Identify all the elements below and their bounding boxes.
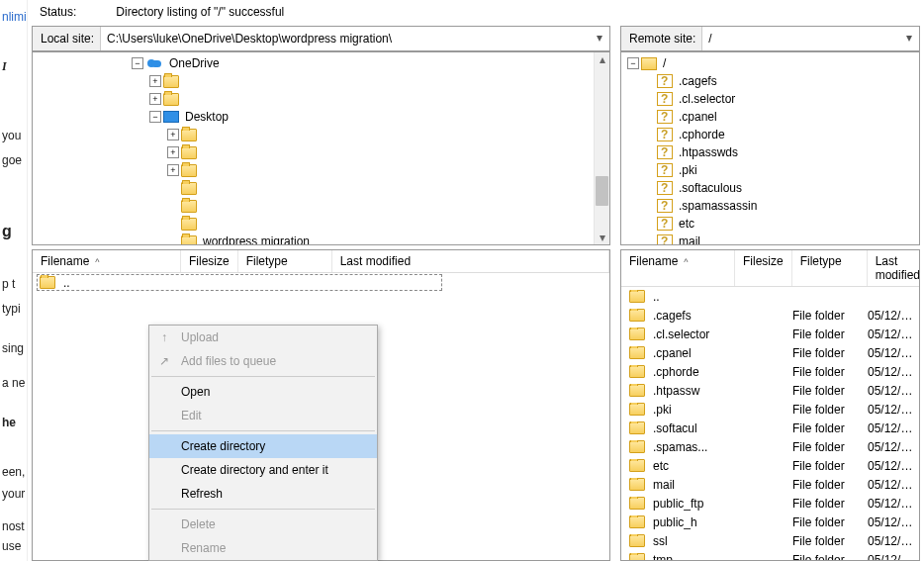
unknown-folder-icon (657, 234, 673, 244)
tree-node[interactable]: + (33, 143, 594, 161)
tree-node-selected[interactable]: wordpress migration (33, 233, 594, 244)
unknown-folder-icon (657, 181, 673, 195)
list-item-parent[interactable]: .. (33, 273, 609, 292)
folder-icon (629, 478, 645, 491)
folder-icon (181, 200, 197, 213)
list-item[interactable]: mailFile folder05/12/2018 20 (621, 475, 919, 494)
tree-node-root[interactable]: − / (621, 54, 903, 72)
menu-upload[interactable]: ↑ Upload (149, 326, 377, 349)
status-label: Status: (40, 5, 76, 19)
tree-node[interactable]: .cagefs (621, 72, 903, 90)
column-filename[interactable]: Filename^ (33, 250, 181, 272)
status-text: Directory listing of "/" successful (116, 5, 284, 19)
tree-node[interactable]: + (33, 161, 594, 179)
local-list-header: Filename^ Filesize Filetype Last modifie… (33, 250, 609, 273)
remote-site-input[interactable] (702, 30, 919, 47)
column-lastmodified[interactable]: Last modified (332, 250, 609, 272)
status-bar: Status: Directory listing of "/" success… (32, 2, 920, 22)
tree-node-desktop[interactable]: − Desktop (33, 108, 594, 126)
menu-create-directory[interactable]: Create directory (149, 434, 377, 458)
expand-icon[interactable]: + (149, 75, 161, 87)
tree-node[interactable]: .softaculous (621, 179, 903, 197)
list-item[interactable]: public_hFile folder05/12/2018 20 (621, 513, 919, 531)
local-site-label: Local site: (33, 32, 100, 46)
collapse-icon[interactable]: − (627, 57, 639, 69)
expand-icon[interactable]: + (167, 164, 179, 176)
menu-open[interactable]: Open (149, 380, 377, 404)
tree-node[interactable]: .pki (621, 161, 903, 179)
list-item[interactable]: tmpFile folder05/12/2018 20 (621, 550, 919, 560)
list-item[interactable]: .. (621, 287, 919, 306)
tree-node[interactable]: + (33, 72, 594, 90)
sort-asc-icon: ^ (684, 257, 688, 267)
tree-node[interactable]: .spamassassin (621, 197, 903, 215)
menu-create-directory-enter[interactable]: Create directory and enter it (149, 458, 377, 482)
collapse-icon[interactable]: − (132, 57, 143, 69)
folder-icon (181, 218, 197, 231)
column-filename[interactable]: Filename^ (621, 250, 735, 286)
remote-site-dropdown[interactable]: ▾ (901, 29, 917, 47)
scroll-up-icon[interactable]: ▴ (595, 52, 609, 66)
menu-edit[interactable]: Edit (149, 404, 377, 427)
list-item[interactable]: public_ftpFile folder05/12/2018 20 (621, 494, 919, 513)
list-item[interactable]: .htpasswFile folder05/12/2018 20 (621, 381, 919, 400)
folder-icon (629, 497, 645, 510)
tree-node-onedrive[interactable]: − OneDrive (33, 54, 594, 72)
upload-icon: ↑ (157, 330, 171, 344)
list-item[interactable]: .spamas...File folder05/12/2018 20 (621, 437, 919, 456)
local-tree-scrollbar[interactable]: ▴ ▾ (594, 52, 609, 244)
list-item[interactable]: .cl.selectorFile folder05/12/2018 20 (621, 325, 919, 343)
remote-tree-pane[interactable]: − / .cagefs.cl.selector.cpanel.cphorde.h… (620, 51, 920, 245)
list-item[interactable]: .pkiFile folder05/12/2018 20 (621, 400, 919, 419)
menu-refresh[interactable]: Refresh (149, 482, 377, 506)
folder-icon (40, 276, 55, 289)
column-filetype[interactable]: Filetype (238, 250, 332, 272)
column-filesize[interactable]: Filesize (735, 250, 792, 286)
tree-node[interactable]: .cphorde (621, 126, 903, 143)
tree-node[interactable]: + (33, 126, 594, 143)
folder-icon (181, 182, 197, 195)
remote-site-label: Remote site: (621, 32, 701, 46)
tree-node[interactable] (33, 197, 594, 215)
scroll-down-icon[interactable]: ▾ (595, 231, 609, 244)
list-item[interactable]: .cagefsFile folder05/12/2018 20 (621, 306, 919, 325)
tree-node[interactable]: .cpanel (621, 108, 903, 126)
folder-icon (181, 146, 197, 159)
expand-icon[interactable]: + (167, 129, 179, 140)
tree-node[interactable] (33, 215, 594, 233)
list-item[interactable]: .cphordeFile folder05/12/2018 20 (621, 362, 919, 381)
folder-icon (629, 327, 645, 340)
unknown-folder-icon (657, 74, 673, 88)
folder-icon (181, 235, 197, 245)
expand-icon[interactable]: + (149, 93, 161, 105)
tree-node[interactable]: mail (621, 233, 903, 244)
menu-add-to-queue[interactable]: ↗ Add files to queue (149, 349, 377, 373)
tree-node[interactable]: .htpasswds (621, 143, 903, 161)
column-lastmodified[interactable]: Last modified (868, 250, 920, 286)
tree-node[interactable]: etc (621, 215, 903, 233)
local-site-input[interactable] (101, 30, 609, 47)
background-page-strip: nlimi I you goe g p t typi sing a ne he … (0, 0, 28, 561)
unknown-folder-icon (657, 199, 673, 213)
tree-node[interactable] (33, 179, 594, 197)
list-item[interactable]: etcFile folder05/12/2018 20 (621, 456, 919, 475)
list-item[interactable]: .cpanelFile folder05/12/2018 20 (621, 343, 919, 362)
folder-icon (629, 553, 645, 560)
column-filesize[interactable]: Filesize (181, 250, 238, 272)
menu-separator (151, 376, 375, 377)
list-item[interactable]: sslFile folder05/12/2018 20 (621, 531, 919, 550)
local-site-dropdown[interactable]: ▾ (592, 29, 607, 47)
folder-icon (629, 403, 645, 416)
tree-node[interactable]: + (33, 90, 594, 108)
collapse-icon[interactable]: − (149, 111, 161, 123)
menu-rename[interactable]: Rename (149, 536, 377, 560)
remote-site-panel: Remote site: ▾ (620, 26, 920, 51)
tree-node[interactable]: .cl.selector (621, 90, 903, 108)
list-item[interactable]: .softaculFile folder05/12/2018 20 (621, 419, 919, 437)
expand-icon[interactable]: + (167, 146, 179, 158)
menu-delete[interactable]: Delete (149, 513, 377, 536)
local-tree-pane[interactable]: − OneDrive + + − Desktop + + + wordpress… (32, 51, 610, 245)
column-filetype[interactable]: Filetype (792, 250, 868, 286)
remote-file-list[interactable]: Filename^ Filesize Filetype Last modifie… (620, 249, 920, 561)
folder-icon (629, 440, 645, 453)
